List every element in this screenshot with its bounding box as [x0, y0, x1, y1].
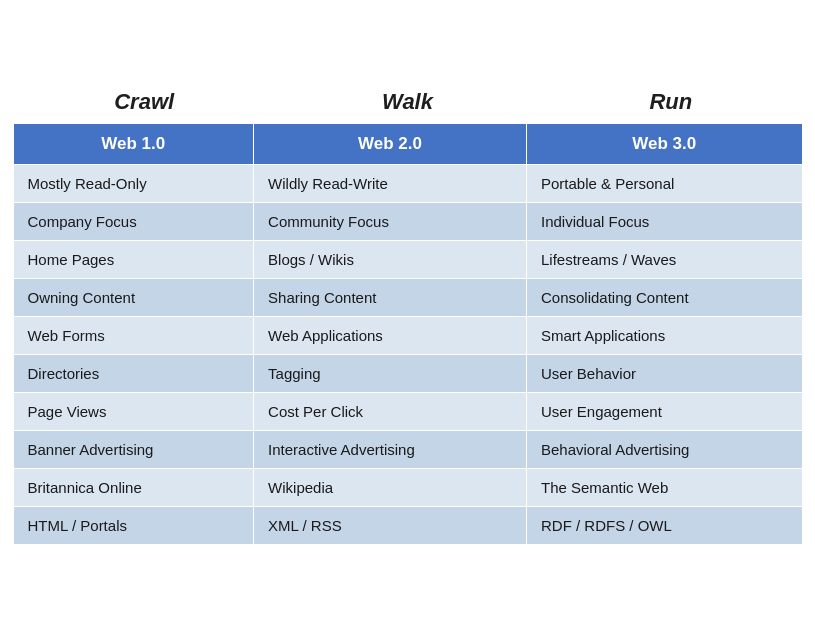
header-web1: Web 1.0	[13, 124, 254, 165]
table-row: Britannica OnlineWikipediaThe Semantic W…	[13, 469, 802, 507]
cell-r1-c2: Individual Focus	[526, 203, 802, 241]
table-row: HTML / PortalsXML / RSSRDF / RDFS / OWL	[13, 507, 802, 545]
table-row: Page ViewsCost Per ClickUser Engagement	[13, 393, 802, 431]
cell-r4-c0: Web Forms	[13, 317, 254, 355]
cell-r6-c0: Page Views	[13, 393, 254, 431]
cell-r9-c0: HTML / Portals	[13, 507, 254, 545]
comparison-table-wrapper: Crawl Walk Run Web 1.0 Web 2.0 Web 3.0 M…	[13, 85, 803, 545]
cell-r8-c1: Wikipedia	[254, 469, 527, 507]
header-web3: Web 3.0	[526, 124, 802, 165]
cell-r6-c1: Cost Per Click	[254, 393, 527, 431]
phase-header-run: Run	[539, 85, 802, 119]
phase-header-walk: Walk	[276, 85, 539, 119]
table-row: Mostly Read-OnlyWildly Read-WritePortabl…	[13, 165, 802, 203]
table-row: Owning ContentSharing ContentConsolidati…	[13, 279, 802, 317]
cell-r2-c1: Blogs / Wikis	[254, 241, 527, 279]
table-row: Web FormsWeb ApplicationsSmart Applicati…	[13, 317, 802, 355]
cell-r0-c1: Wildly Read-Write	[254, 165, 527, 203]
table-row: Company FocusCommunity FocusIndividual F…	[13, 203, 802, 241]
cell-r5-c1: Tagging	[254, 355, 527, 393]
cell-r9-c2: RDF / RDFS / OWL	[526, 507, 802, 545]
cell-r5-c2: User Behavior	[526, 355, 802, 393]
cell-r1-c0: Company Focus	[13, 203, 254, 241]
header-web2: Web 2.0	[254, 124, 527, 165]
cell-r9-c1: XML / RSS	[254, 507, 527, 545]
table-row: Home PagesBlogs / WikisLifestreams / Wav…	[13, 241, 802, 279]
cell-r2-c2: Lifestreams / Waves	[526, 241, 802, 279]
cell-r3-c2: Consolidating Content	[526, 279, 802, 317]
cell-r3-c0: Owning Content	[13, 279, 254, 317]
table-header-row: Web 1.0 Web 2.0 Web 3.0	[13, 124, 802, 165]
cell-r8-c0: Britannica Online	[13, 469, 254, 507]
cell-r7-c0: Banner Advertising	[13, 431, 254, 469]
cell-r4-c1: Web Applications	[254, 317, 527, 355]
cell-r1-c1: Community Focus	[254, 203, 527, 241]
table-row: Banner AdvertisingInteractive Advertisin…	[13, 431, 802, 469]
web-evolution-table: Web 1.0 Web 2.0 Web 3.0 Mostly Read-Only…	[13, 123, 803, 545]
cell-r4-c2: Smart Applications	[526, 317, 802, 355]
cell-r3-c1: Sharing Content	[254, 279, 527, 317]
cell-r5-c0: Directories	[13, 355, 254, 393]
phase-headers: Crawl Walk Run	[13, 85, 803, 119]
cell-r8-c2: The Semantic Web	[526, 469, 802, 507]
cell-r6-c2: User Engagement	[526, 393, 802, 431]
cell-r7-c1: Interactive Advertising	[254, 431, 527, 469]
cell-r7-c2: Behavioral Advertising	[526, 431, 802, 469]
cell-r0-c2: Portable & Personal	[526, 165, 802, 203]
table-row: DirectoriesTaggingUser Behavior	[13, 355, 802, 393]
cell-r2-c0: Home Pages	[13, 241, 254, 279]
cell-r0-c0: Mostly Read-Only	[13, 165, 254, 203]
phase-header-crawl: Crawl	[13, 85, 276, 119]
